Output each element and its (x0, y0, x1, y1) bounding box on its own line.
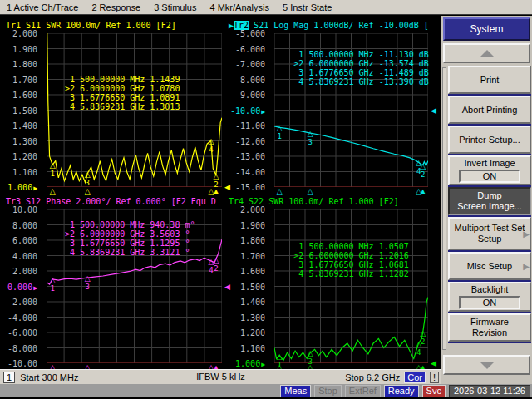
softkey-menu-title: System (443, 17, 530, 41)
marker-3-tr4[interactable]: △3 (308, 351, 313, 366)
marker-3-tr1[interactable]: △3 (85, 172, 91, 187)
vna-screen: 1 Active Ch/Trace 2 Response 3 Stimulus … (0, 0, 532, 399)
printer-setup-button[interactable]: Printer Setup... (448, 126, 531, 154)
warning-badge: ! (430, 372, 439, 383)
down-arrow-icon (480, 362, 495, 369)
y-axis-tick-label: 1.000▶ (235, 359, 265, 368)
y-axis-tick-label: 1.300 (12, 136, 37, 145)
marker-number: 4 (209, 266, 214, 274)
y-axis-tick-label: -2.000 (7, 298, 37, 307)
reference-level-arrow-icon: ▶ (261, 107, 265, 115)
misc-setup-button[interactable]: Misc Setup▶ (448, 252, 531, 280)
menu-stimulus[interactable]: 3 Stimulus (154, 2, 196, 12)
plot-area-tr4[interactable]: 2.0001.9001.8001.7001.6001.5001.4001.300… (274, 209, 428, 363)
stimulus-marker-icon: △ (308, 188, 313, 195)
y-axis-tick-label: -8.000 (7, 343, 37, 352)
marker-table-tr3: 1500.00000MHz940.38m°>26.0000000GHz3.560… (62, 220, 197, 257)
start-frequency-label: Start 300 MHz (20, 372, 78, 382)
multiport-test-set-setup-button[interactable]: Multiport Test Set Setup▶ (448, 217, 531, 250)
marker-table-row: 45.8369231GHz1.1282 (291, 269, 416, 278)
plot-area-tr2[interactable]: -5.000-6.000-7.000-8.000-9.000-10.00▶-11… (274, 33, 428, 187)
marker-triangle-icon: △ (85, 276, 91, 282)
softkey-scroll-down-button[interactable] (443, 355, 530, 375)
reference-level-arrow-icon: ◀ (224, 183, 230, 191)
marker-table-row: >26.0000000GHz3.5603° (62, 229, 197, 239)
softkey-sidebar: System Print Abort Printing Printer Setu… (441, 16, 532, 384)
marker-number: 3 (85, 283, 91, 291)
y-axis-tick-label: 1.700 (12, 75, 37, 84)
invert-image-toggle[interactable]: Invert ImageON (448, 155, 531, 185)
y-axis-tick-label: -6.000 (235, 44, 265, 53)
y-axis-tick-label: -15.00 (235, 183, 265, 192)
marker-4-tr3[interactable]: △4 (209, 259, 214, 274)
y-axis-tick-label: 4.000 (12, 251, 37, 260)
firmware-revision-button[interactable]: Firmware Revision (448, 313, 531, 342)
y-axis-tick-label: 2.000 (240, 205, 265, 214)
marker-table-tr1: 1500.00000MHz1.1439>26.0000000GHz1.07803… (62, 75, 187, 111)
meas-status-badge: Meas (280, 385, 311, 397)
reference-level-arrow-icon: ◀ (224, 283, 230, 291)
marker-4-tr2[interactable]: △4 (416, 160, 421, 175)
marker-3-tr2[interactable]: △3 (308, 131, 313, 146)
reference-level-arrow-icon: ▶ (33, 185, 37, 192)
y-axis-tick-label: 1.300 (240, 313, 265, 322)
plot-area-tr3[interactable]: 10.008.0006.0004.0002.0000.000▶-2.000-4.… (47, 209, 222, 363)
print-button[interactable]: Print (448, 66, 531, 94)
menu-response[interactable]: 2 Response (91, 2, 140, 12)
marker-triangle-icon: △ (209, 139, 214, 145)
reference-level-arrow-icon: ◀ (431, 359, 436, 367)
y-axis-tick-label: 1.800 (240, 236, 265, 245)
marker-4-tr1[interactable]: △4 (209, 139, 214, 154)
marker-triangle-icon: △ (308, 351, 313, 357)
plot-area-tr1[interactable]: 2.0001.9001.8001.7001.6001.5001.4001.300… (47, 33, 222, 187)
y-axis-tick-label: -11.00 (235, 121, 265, 131)
menu-instr-state[interactable]: 5 Instr State (283, 2, 332, 12)
softkey-list: Print Abort Printing Printer Setup... In… (448, 66, 531, 343)
softkey-scroll-up-button[interactable] (443, 43, 530, 63)
marker-triangle-icon: △ (50, 278, 56, 283)
y-axis-tick-label: -9.000 (235, 91, 265, 100)
y-axis-tick-label: 0.000▶ (7, 282, 37, 291)
abort-printing-button[interactable]: Abort Printing (448, 96, 531, 124)
y-axis-tick-label: 1.400 (240, 298, 265, 307)
menu-mkr-analysis[interactable]: 4 Mkr/Analysis (209, 2, 269, 12)
display-area: Tr1 S11 SWR 100.0m/ Ref 1.000 [F2] 2.000… (0, 16, 441, 369)
menu-active-ch-trace[interactable]: 1 Active Ch/Trace (7, 2, 78, 12)
y-axis-tick-label: 2.000 (12, 29, 37, 38)
marker-4-tr4[interactable]: △4 (416, 342, 421, 357)
marker-1-tr3[interactable]: △1 (50, 278, 56, 293)
backlight-toggle[interactable]: BacklightON (448, 282, 531, 312)
y-axis-tick-label: 1.200 (240, 328, 265, 337)
marker-3-tr3[interactable]: △3 (85, 276, 91, 291)
marker-number: 4 (416, 348, 421, 357)
ready-status-badge: Ready (384, 385, 419, 397)
backlight-state: ON (459, 296, 520, 309)
stop-status-badge: Stop (314, 385, 342, 397)
stimulus-marker-icon: △ (50, 188, 56, 195)
y-axis-tick-label: 8.000 (12, 220, 37, 229)
reference-level-arrow-icon: ◀ (431, 106, 436, 115)
marker-table-row: 1500.00000MHz1.1439 (62, 75, 187, 84)
marker-1-tr4[interactable]: △1 (277, 354, 283, 369)
y-axis-tick-label: 2.000 (12, 267, 37, 276)
instrument-status-bar: Meas Stop ExtRef Ready Svc 2026-03-12 11… (0, 384, 532, 398)
softkey-scrollbar[interactable] (442, 67, 446, 350)
marker-number: 3 (85, 179, 91, 187)
marker-triangle-icon: △ (277, 354, 283, 360)
ifbw-label: IFBW 5 kHz (196, 372, 245, 382)
marker-table-row: 45.8369231GHz3.3121° (62, 248, 197, 257)
y-axis-tick-label: 1.600 (240, 267, 265, 276)
reference-level-arrow-icon: ▶ (261, 361, 265, 368)
stimulus-marker-icon: △ (277, 188, 283, 195)
dump-screen-image-button[interactable]: Dump Screen Image... (448, 187, 531, 215)
marker-number: 3 (308, 138, 313, 146)
stimulus-marker-icon: △ (85, 188, 91, 195)
marker-1-tr1[interactable]: △1 (50, 163, 56, 178)
y-axis-tick-label: -13.00 (235, 152, 265, 161)
marker-table-row: >26.0000000GHz1.2016 (291, 251, 416, 260)
marker-2-tr1[interactable]: △2 (213, 174, 219, 189)
menu-bar: 1 Active Ch/Trace 2 Response 3 Stimulus … (0, 0, 532, 15)
y-axis-tick-label: 10.00 (12, 205, 37, 214)
marker-table-row: 45.8369231GHz-13.390dB (291, 77, 431, 86)
marker-1-tr2[interactable]: △1 (277, 126, 283, 140)
